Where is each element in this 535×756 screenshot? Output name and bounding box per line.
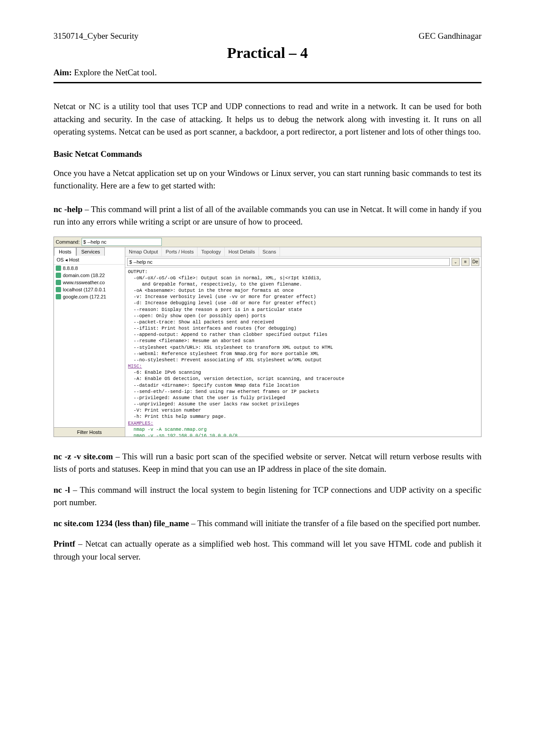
zv-bold: nc -z -v site.com [54, 452, 113, 461]
list-item[interactable]: 8.8.8.8 [54, 265, 125, 272]
page-header: 3150714_Cyber Security GEC Gandhinagar [54, 31, 482, 41]
l-bold: nc -l [54, 485, 70, 494]
list-item[interactable]: localhost (127.0.0.1 [54, 286, 125, 293]
file-rest: – This command will initiate the transfe… [189, 519, 480, 528]
host-icon [56, 273, 61, 278]
command-label: Command: [56, 239, 80, 245]
file-command-paragraph: nc site.com 1234 (less than) file_name –… [54, 517, 482, 530]
host-list: 8.8.8.8 domain.com (18.22 www.rssweather… [54, 265, 125, 427]
l-rest: – This command will instruct the local s… [54, 485, 482, 507]
help-command-paragraph: nc -help – This command will print a lis… [54, 203, 482, 229]
list-item[interactable]: domain.com (18.22 [54, 272, 125, 279]
nmap-screenshot: Command: Hosts Services OS ◂ Host 8.8.8.… [54, 237, 482, 437]
host-icon [56, 280, 61, 285]
aim-text: Explore the NetCat tool. [72, 68, 156, 77]
details-button[interactable]: De [471, 258, 479, 266]
output-dropdown[interactable]: $ --help nc [127, 258, 450, 266]
help-command-rest: – This command will print a list of all … [54, 204, 482, 227]
aim-label: Aim: [54, 68, 72, 77]
subtab-ports-hosts[interactable]: Ports / Hosts [162, 247, 198, 256]
command-bar: Command: [54, 237, 481, 247]
list-item[interactable]: www.rssweather.co [54, 279, 125, 286]
left-panel: Hosts Services OS ◂ Host 8.8.8.8 domain.… [54, 247, 125, 437]
zv-command-paragraph: nc -z -v site.com – This will run a basi… [54, 450, 482, 476]
printf-bold: Printf [54, 539, 75, 548]
tab-hosts[interactable]: Hosts [54, 247, 76, 256]
basic-intro-paragraph: Once you have a Netcat application set u… [54, 167, 482, 192]
subtab-nmap-output[interactable]: Nmap Output [125, 247, 162, 256]
intro-paragraph: Netcat or NC is a utility tool that uses… [54, 100, 482, 139]
file-bold: nc site.com 1234 (less than) file_name [54, 519, 189, 528]
help-command-bold: nc -help [54, 204, 82, 214]
page-title: Practical – 4 [54, 45, 482, 61]
os-host-header[interactable]: OS ◂ Host [54, 256, 125, 265]
basic-commands-heading: Basic Netcat Commands [54, 149, 482, 159]
filter-hosts-button[interactable]: Filter Hosts [54, 427, 125, 437]
zv-rest: – This will run a basic port scan of the… [54, 452, 482, 474]
tab-services[interactable]: Services [76, 247, 105, 256]
command-input[interactable] [82, 238, 162, 246]
subtab-topology[interactable]: Topology [198, 247, 225, 256]
divider [54, 82, 482, 83]
host-icon [56, 294, 61, 299]
chevron-down-icon[interactable]: ⌄ [452, 258, 460, 266]
right-panel: Nmap Output Ports / Hosts Topology Host … [125, 247, 481, 437]
l-command-paragraph: nc -l – This command will instruct the l… [54, 484, 482, 509]
printf-rest: – Netcat can actually operate as a simpl… [54, 539, 482, 561]
subtab-host-details[interactable]: Host Details [225, 247, 259, 256]
aim-line: Aim: Explore the NetCat tool. [54, 68, 482, 78]
menu-icon[interactable]: ≡ [461, 258, 469, 266]
terminal-output: OUTPUT: -oN/-oX/-oS/-oG <file>: Output s… [125, 268, 481, 437]
subtab-scans[interactable]: Scans [259, 247, 280, 256]
printf-command-paragraph: Printf – Netcat can actually operate as … [54, 538, 482, 563]
host-icon [56, 266, 61, 271]
host-icon [56, 287, 61, 292]
list-item[interactable]: google.com (172.21 [54, 293, 125, 300]
header-right: GEC Gandhinagar [419, 31, 482, 41]
header-left: 3150714_Cyber Security [54, 31, 139, 41]
